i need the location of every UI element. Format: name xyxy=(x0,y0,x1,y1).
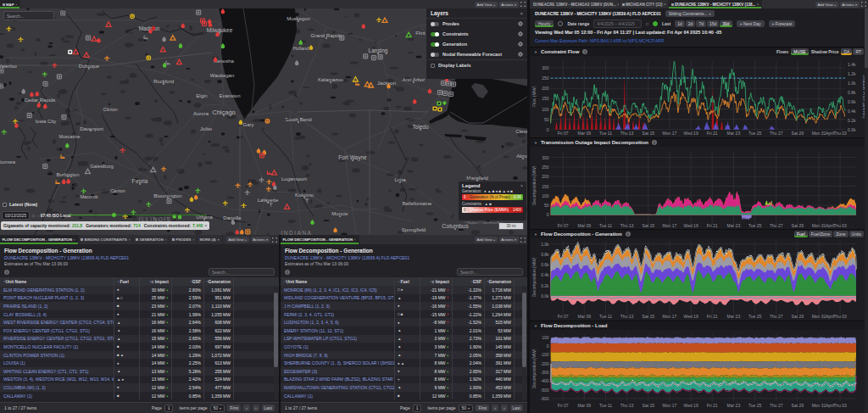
svg-text:Thu 27: Thu 27 xyxy=(770,131,783,136)
svg-text:Mar 23: Mar 23 xyxy=(727,223,741,228)
svg-text:Waterloo: Waterloo xyxy=(0,64,18,69)
svg-text:Ottumwa: Ottumwa xyxy=(0,159,16,165)
svg-text:Lafayette: Lafayette xyxy=(258,198,279,203)
svg-text:Iowa City: Iowa City xyxy=(36,119,57,124)
svg-text:200: 200 xyxy=(542,174,549,179)
svg-text:Sat 29: Sat 29 xyxy=(792,131,804,136)
svg-text:50: 50 xyxy=(544,117,549,122)
svg-text:200: 200 xyxy=(542,86,549,91)
svg-text:0.2k: 0.2k xyxy=(848,118,856,123)
svg-text:-400: -400 xyxy=(541,378,549,383)
svg-text:Springfield: Springfield xyxy=(402,227,426,232)
svg-text:Mon 17: Mon 17 xyxy=(663,403,677,408)
svg-text:Tue 25: Tue 25 xyxy=(748,403,762,408)
svg-text:Tue 11: Tue 11 xyxy=(599,314,612,319)
svg-text:Mar 09: Mar 09 xyxy=(578,223,592,228)
svg-text:Wed 19: Wed 19 xyxy=(684,223,698,228)
svg-text:Mar 09: Mar 09 xyxy=(578,131,592,136)
svg-text:Mon 31: Mon 31 xyxy=(812,403,826,408)
svg-text:Danville: Danville xyxy=(223,215,242,220)
svg-text:Fri 21: Fri 21 xyxy=(707,314,718,319)
svg-text:Jackson: Jackson xyxy=(377,81,396,86)
svg-text:Fri 07: Fri 07 xyxy=(558,223,569,228)
svg-text:0.2k: 0.2k xyxy=(541,283,549,288)
svg-text:50: 50 xyxy=(544,203,549,208)
svg-text:0.0k: 0.0k xyxy=(848,127,856,132)
svg-text:Flow (MW): Flow (MW) xyxy=(531,87,537,107)
svg-text:Davenport: Davenport xyxy=(80,126,103,131)
svg-text:Thu 13: Thu 13 xyxy=(620,223,634,228)
svg-text:Bellefontaine: Bellefontaine xyxy=(403,201,432,206)
svg-text:Galesburg: Galesburg xyxy=(90,164,114,169)
svg-text:Wed 19: Wed 19 xyxy=(684,403,698,408)
svg-text:300: 300 xyxy=(542,155,549,160)
svg-text:0.4k: 0.4k xyxy=(848,109,856,114)
svg-text:Tue 11: Tue 11 xyxy=(599,131,612,136)
svg-text:Akron: Akron xyxy=(516,153,527,159)
svg-text:Thu 13: Thu 13 xyxy=(620,131,634,136)
svg-text:0.6k: 0.6k xyxy=(848,99,856,104)
svg-text:Cleve: Cleve xyxy=(515,129,527,134)
svg-text:Lima: Lima xyxy=(394,177,406,182)
svg-text:-600: -600 xyxy=(541,396,549,401)
svg-text:Grand Rapids: Grand Rapids xyxy=(310,33,342,38)
svg-text:Kokomo: Kokomo xyxy=(295,193,314,198)
svg-text:0.0k: 0.0k xyxy=(541,293,549,299)
svg-text:Thu 27: Thu 27 xyxy=(770,223,783,228)
svg-text:Kalamazoo: Kalamazoo xyxy=(318,77,344,82)
svg-text:300: 300 xyxy=(542,65,549,70)
svg-text:0.8k: 0.8k xyxy=(541,252,549,257)
svg-text:150: 150 xyxy=(542,184,549,189)
svg-text:Thu 13: Thu 13 xyxy=(620,314,634,319)
svg-text:Joliet: Joliet xyxy=(200,126,212,131)
svg-text:Tue 25: Tue 25 xyxy=(748,131,762,136)
svg-text:Sat 29: Sat 29 xyxy=(792,314,804,319)
svg-text:Decomposition (MW): Decomposition (MW) xyxy=(531,257,537,297)
svg-text:Thu 03: Thu 03 xyxy=(833,223,847,228)
svg-text:Thu 13: Thu 13 xyxy=(620,403,634,408)
svg-text:Dubuque: Dubuque xyxy=(79,64,100,69)
svg-text:Sat 15: Sat 15 xyxy=(643,314,655,319)
svg-text:Tue 25: Tue 25 xyxy=(748,314,762,319)
svg-text:Mon 31: Mon 31 xyxy=(812,131,826,136)
svg-text:150: 150 xyxy=(542,96,549,101)
svg-text:100: 100 xyxy=(542,107,549,112)
svg-text:Tue 11: Tue 11 xyxy=(599,223,612,228)
svg-text:Sat 15: Sat 15 xyxy=(643,403,655,408)
svg-text:Clinton: Clinton xyxy=(103,107,117,112)
svg-text:Gary: Gary xyxy=(242,122,253,127)
svg-text:250: 250 xyxy=(542,165,549,170)
svg-text:Canton: Canton xyxy=(110,188,125,193)
svg-text:Flint: Flint xyxy=(415,31,426,36)
svg-text:Mon 31: Mon 31 xyxy=(812,223,826,228)
svg-text:Fri 21: Fri 21 xyxy=(707,403,718,408)
svg-text:Waukegan: Waukegan xyxy=(210,73,234,78)
svg-text:Sat 15: Sat 15 xyxy=(643,131,655,136)
svg-text:Tue 25: Tue 25 xyxy=(748,223,762,228)
svg-text:-100: -100 xyxy=(541,352,549,357)
svg-text:Wed 19: Wed 19 xyxy=(684,131,698,136)
svg-text:0: 0 xyxy=(547,127,549,132)
svg-text:Aurora: Aurora xyxy=(193,111,209,116)
svg-text:Thu 03: Thu 03 xyxy=(833,403,847,408)
svg-text:0: 0 xyxy=(547,343,549,349)
svg-text:Toledo: Toledo xyxy=(412,124,429,130)
svg-text:0.4k: 0.4k xyxy=(541,272,549,277)
svg-text:1.0k: 1.0k xyxy=(848,81,856,86)
svg-text:Mar 23: Mar 23 xyxy=(727,131,741,136)
svg-text:Mon 17: Mon 17 xyxy=(663,314,677,319)
svg-text:Mar 09: Mar 09 xyxy=(578,314,592,319)
svg-text:Fri 07: Fri 07 xyxy=(558,314,569,319)
svg-text:Thu 03: Thu 03 xyxy=(833,314,847,319)
svg-text:100: 100 xyxy=(542,193,549,198)
svg-text:Wed 19: Wed 19 xyxy=(684,314,698,319)
svg-text:-300: -300 xyxy=(541,370,549,375)
svg-text:Mar 23: Mar 23 xyxy=(727,403,741,408)
svg-text:Muncie: Muncie xyxy=(331,211,348,216)
svg-text:0.6k: 0.6k xyxy=(541,262,549,267)
svg-text:0.8k: 0.8k xyxy=(848,90,856,95)
svg-text:Ann Arbor: Ann Arbor xyxy=(403,77,426,82)
svg-text:Decomposition (MW): Decomposition (MW) xyxy=(531,349,537,388)
svg-text:Tue 11: Tue 11 xyxy=(599,403,612,408)
svg-text:Macomb: Macomb xyxy=(80,194,97,199)
